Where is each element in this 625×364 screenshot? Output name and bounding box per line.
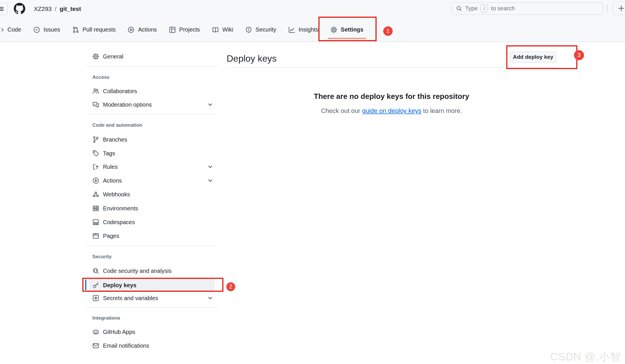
annotation-step-2: 2 — [226, 282, 235, 291]
sidebar-item-webhooks[interactable]: Webhooks — [85, 187, 220, 201]
sidebar-item-label: Code security and analysis — [103, 268, 172, 274]
csdn-watermark: CSDN @.小智 — [550, 350, 621, 364]
tab-label: Issues — [44, 26, 60, 33]
empty-state: There are no deploy keys for this reposi… — [227, 92, 556, 115]
breadcrumb: XZ293 / git_test — [34, 0, 81, 18]
gear-icon — [92, 53, 99, 60]
sidebar-item-label: Actions — [103, 177, 122, 184]
sidebar-divider — [85, 66, 219, 67]
sidebar-section-code-automation: Code and automation — [92, 122, 142, 129]
sidebar-item-label: Email notifications — [103, 343, 149, 349]
sidebar-item-codespaces[interactable]: Codespaces — [85, 215, 220, 229]
sidebar-divider — [85, 114, 219, 114]
sidebar-item-branches[interactable]: Branches — [85, 133, 220, 146]
deploy-keys-guide-link[interactable]: guide on deploy keys — [362, 107, 421, 114]
git-branch-icon — [92, 136, 99, 143]
code-scan-icon — [92, 267, 99, 274]
breadcrumb-owner[interactable]: XZ293 — [34, 5, 52, 12]
hamburger-menu-button[interactable] — [0, 3, 7, 15]
server-icon — [92, 205, 99, 212]
tab-label: Security — [256, 26, 276, 33]
hamburger-icon — [0, 5, 4, 12]
webhook-icon — [92, 191, 99, 198]
search-icon — [456, 5, 462, 11]
sidebar-section-access: Access — [92, 74, 110, 81]
sidebar-section-integrations: Integrations — [92, 315, 120, 322]
chevron-down-icon — [207, 177, 214, 184]
search-placeholder-prefix: Type — [465, 5, 478, 12]
issue-opened-icon — [33, 26, 40, 33]
header-divider — [607, 5, 608, 12]
sidebar-item-tags[interactable]: Tags — [85, 146, 220, 160]
sidebar-item-label: Moderation options — [103, 101, 152, 108]
shield-icon — [245, 26, 252, 33]
sidebar-item-label: GitHub Apps — [103, 329, 135, 335]
chevron-down-icon — [207, 101, 214, 108]
create-new-button[interactable] — [613, 1, 625, 15]
sidebar-item-environments[interactable]: Environments — [85, 201, 220, 215]
sidebar-item-secrets-variables[interactable]: Secrets and variables — [85, 291, 220, 305]
sidebar-item-label: Environments — [103, 205, 138, 212]
sidebar-item-rules[interactable]: Rules — [85, 160, 220, 174]
annotation-box-add-deploy-key — [506, 45, 577, 69]
rules-icon — [92, 163, 99, 170]
browser-icon — [92, 232, 99, 239]
sidebar-item-general[interactable]: General — [85, 50, 220, 63]
sidebar-item-label: Collaborators — [103, 88, 137, 95]
graph-icon — [288, 26, 295, 33]
tab-security[interactable]: Security — [245, 18, 277, 42]
plus-icon — [618, 5, 625, 12]
tab-label: Code — [7, 26, 21, 33]
tab-insights[interactable]: Insights — [288, 18, 319, 42]
chevron-down-icon — [207, 163, 214, 170]
people-icon — [92, 88, 99, 95]
tag-icon — [92, 150, 99, 157]
sidebar-item-label: Webhooks — [103, 191, 130, 198]
github-settings-page: XZ293 / git_test Type / to search Code I… — [0, 0, 625, 364]
settings-sidebar: General Access Collaborators Moderation … — [85, 0, 220, 364]
git-pull-request-icon — [72, 26, 79, 33]
hubot-icon — [92, 328, 99, 335]
empty-text-prefix: Check out our — [321, 107, 362, 114]
empty-state-subtitle: Check out our guide on deploy keys to le… — [227, 107, 556, 115]
sidebar-item-collaborators[interactable]: Collaborators — [85, 84, 220, 98]
github-logo-icon[interactable] — [14, 3, 25, 14]
codespaces-icon — [92, 219, 99, 226]
empty-text-suffix: to learn more. — [421, 107, 462, 114]
sidebar-item-actions[interactable]: Actions — [85, 174, 220, 187]
sidebar-item-github-apps[interactable]: GitHub Apps — [85, 325, 220, 339]
chevron-down-icon — [207, 295, 214, 302]
code-icon — [0, 26, 4, 33]
sidebar-divider — [85, 245, 219, 246]
sidebar-item-label: Pages — [103, 233, 119, 239]
comment-discussion-icon — [92, 101, 99, 108]
annotation-step-3: 3 — [574, 50, 584, 60]
sidebar-divider — [85, 308, 219, 308]
annotation-box-settings — [318, 17, 377, 41]
empty-state-title: There are no deploy keys for this reposi… — [227, 92, 556, 101]
sidebar-item-label: Secrets and variables — [103, 295, 158, 302]
sidebar-item-label: General — [103, 53, 123, 60]
breadcrumb-repo[interactable]: git_test — [60, 5, 81, 12]
sidebar-item-label: Rules — [103, 164, 118, 170]
tab-code[interactable]: Code — [0, 18, 22, 42]
annotation-box-deploy-keys — [82, 278, 223, 292]
sidebar-item-email-notifications[interactable]: Email notifications — [85, 339, 220, 353]
breadcrumb-separator: / — [55, 5, 57, 12]
slash-key-hint: / — [481, 5, 488, 12]
page-title: Deploy keys — [227, 52, 277, 65]
sidebar-item-label: Codespaces — [103, 219, 135, 226]
sidebar-item-pages[interactable]: Pages — [85, 229, 220, 243]
mail-icon — [92, 342, 99, 349]
sidebar-item-moderation-options[interactable]: Moderation options — [85, 98, 220, 111]
sidebar-section-security: Security — [92, 253, 112, 260]
tab-label: Wiki — [222, 26, 233, 33]
sidebar-item-code-security[interactable]: Code security and analysis — [85, 264, 220, 278]
tab-issues[interactable]: Issues — [33, 18, 61, 42]
asterisk-box-icon — [92, 295, 99, 302]
annotation-step-1: 1 — [383, 26, 393, 36]
global-search-input[interactable]: Type / to search — [452, 2, 603, 15]
play-icon — [92, 177, 99, 184]
tab-label: Insights — [299, 26, 318, 33]
sidebar-item-label: Tags — [103, 150, 115, 157]
